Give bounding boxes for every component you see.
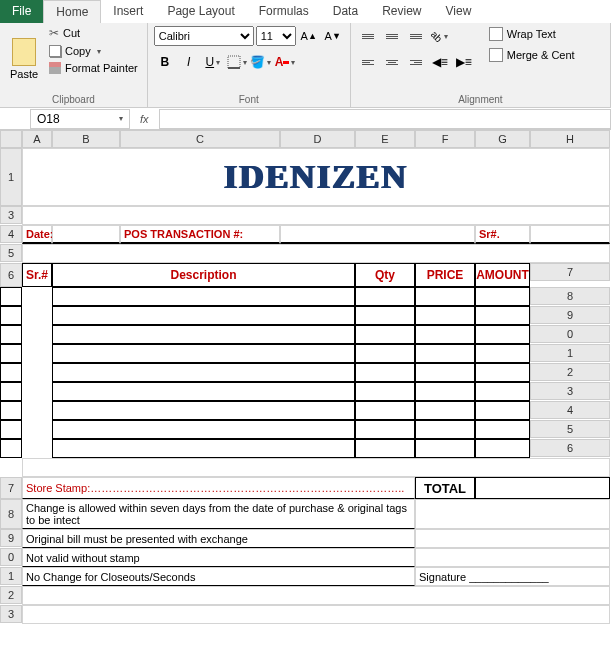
cell[interactable] [52,325,355,344]
cell[interactable] [475,439,530,458]
cell[interactable] [0,344,22,363]
borders-button[interactable]: ▾ [226,51,248,73]
orientation-button[interactable]: ab▾ [429,25,451,47]
cell[interactable] [52,287,355,306]
cell[interactable] [355,401,415,420]
wrap-text-button[interactable]: Wrap Text [485,25,579,43]
date-value[interactable] [52,225,120,244]
row-header[interactable]: 5 [0,244,22,262]
total-value[interactable] [475,477,610,499]
tab-data[interactable]: Data [321,0,370,23]
cell[interactable] [415,344,475,363]
cell[interactable] [22,458,610,477]
col-header[interactable]: C [120,130,280,148]
col-header[interactable]: H [530,130,610,148]
row-header[interactable]: 5 [530,420,610,438]
cell[interactable] [22,244,610,263]
row-header[interactable]: 1 [0,148,22,206]
format-painter-button[interactable]: Format Painter [46,61,141,75]
cell[interactable] [52,363,355,382]
cell[interactable] [415,382,475,401]
cell[interactable] [0,382,22,401]
row-header[interactable]: 3 [0,605,22,623]
cell[interactable] [0,363,22,382]
cell[interactable] [52,306,355,325]
worksheet-grid[interactable]: A B C D E F G H 1 IDENIZEN 3 4 Date: POS… [0,130,611,624]
row-header[interactable]: 2 [530,363,610,381]
grow-font-button[interactable]: A▲ [298,25,320,47]
row-header[interactable]: 3 [0,206,22,224]
cell[interactable] [52,420,355,439]
cell[interactable] [415,548,610,567]
paste-button[interactable]: Paste [6,25,42,92]
cell[interactable] [0,306,22,325]
merge-center-button[interactable]: Merge & Cent [485,46,579,64]
row-header[interactable]: 8 [530,287,610,305]
cell[interactable] [415,401,475,420]
cell[interactable] [355,439,415,458]
formula-input[interactable] [159,109,611,129]
cell[interactable] [0,401,22,420]
cell[interactable] [475,287,530,306]
cell[interactable] [475,306,530,325]
cell[interactable] [52,401,355,420]
cell[interactable] [415,325,475,344]
cell[interactable] [0,325,22,344]
cell[interactable] [415,499,610,529]
cell[interactable] [355,363,415,382]
cell[interactable] [415,420,475,439]
col-header[interactable]: E [355,130,415,148]
italic-button[interactable]: I [178,51,200,73]
tab-view[interactable]: View [434,0,484,23]
cell[interactable] [52,439,355,458]
row-header[interactable]: 7 [530,263,610,281]
font-name-select[interactable]: Calibri [154,26,254,46]
row-header[interactable]: 9 [530,306,610,324]
shrink-font-button[interactable]: A▼ [322,25,344,47]
cut-button[interactable]: ✂Cut [46,25,141,41]
cell[interactable] [52,344,355,363]
cell[interactable] [475,344,530,363]
cell[interactable] [355,420,415,439]
row-header[interactable]: 7 [0,477,22,499]
cell[interactable] [52,382,355,401]
row-header[interactable]: 1 [530,344,610,362]
row-header[interactable]: 8 [0,499,22,529]
cell[interactable] [415,287,475,306]
col-header[interactable]: B [52,130,120,148]
col-header[interactable]: F [415,130,475,148]
cell[interactable] [22,586,610,605]
cell[interactable] [0,439,22,458]
name-box[interactable]: O18▾ [30,109,130,129]
align-bottom-button[interactable] [405,25,427,47]
col-header[interactable]: A [22,130,52,148]
tab-formulas[interactable]: Formulas [247,0,321,23]
row-header[interactable]: 6 [0,263,22,287]
cell[interactable] [475,382,530,401]
align-center-button[interactable] [381,51,403,73]
cell[interactable] [355,325,415,344]
cell[interactable] [355,382,415,401]
row-header[interactable]: 0 [530,325,610,343]
col-header[interactable]: G [475,130,530,148]
sr-value[interactable] [530,225,610,244]
align-right-button[interactable] [405,51,427,73]
font-color-button[interactable]: A▾ [274,51,296,73]
underline-button[interactable]: U▾ [202,51,224,73]
tab-review[interactable]: Review [370,0,433,23]
cell[interactable] [475,363,530,382]
row-header[interactable]: 1 [0,567,22,585]
copy-button[interactable]: Copy▾ [46,44,141,58]
decrease-indent-button[interactable]: ◀≡ [429,51,451,73]
fill-color-button[interactable]: 🪣▾ [250,51,272,73]
cell[interactable] [22,206,610,225]
pos-value[interactable] [280,225,475,244]
align-top-button[interactable] [357,25,379,47]
tab-file[interactable]: File [0,0,43,23]
cell[interactable] [415,529,610,548]
tab-page-layout[interactable]: Page Layout [155,0,246,23]
col-header[interactable]: D [280,130,355,148]
tab-home[interactable]: Home [43,0,101,23]
cell[interactable] [475,325,530,344]
align-middle-button[interactable] [381,25,403,47]
